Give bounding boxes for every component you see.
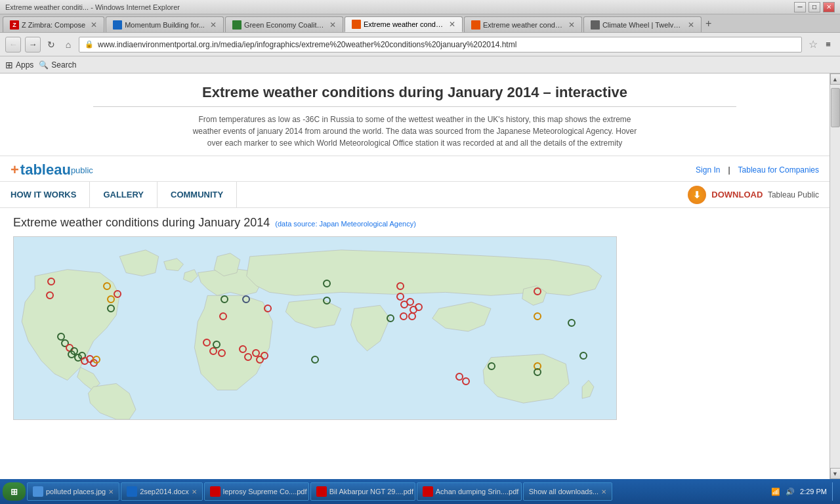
forward-button[interactable]: → <box>25 37 41 52</box>
content-title-row: Extreme weather conditions during Januar… <box>13 216 816 232</box>
tab-label-climate: Climate Wheel | Twelve ... <box>602 21 682 29</box>
map-marker[interactable] <box>488 362 495 370</box>
address-box[interactable]: 🔒 www.indiaenvironmentportal.org.in/medi… <box>79 37 802 52</box>
map-marker[interactable] <box>219 312 227 320</box>
apps-label: Apps <box>16 60 33 70</box>
pdf2-icon <box>316 486 327 497</box>
map-marker[interactable] <box>46 291 54 299</box>
taskbar-item-pdf3[interactable]: Achan dumping Srin....pdf ✕ <box>417 482 522 501</box>
download-button[interactable]: ⬇ DOWNLOAD Tableau Public <box>688 186 819 204</box>
tab-label-green: Green Economy Coalitio... <box>244 21 324 29</box>
map-marker[interactable] <box>103 282 111 290</box>
taskbar-close-image[interactable]: ✕ <box>108 488 114 495</box>
map-marker[interactable] <box>396 282 404 290</box>
tab-label-extreme1: Extreme weather conditi... <box>364 20 444 28</box>
taskbar-item-pdf1[interactable]: leprosy Supreme Co....pdf ✕ <box>204 482 309 501</box>
scrollbar-track[interactable] <box>830 85 840 468</box>
map-marker[interactable] <box>579 352 587 360</box>
map-marker[interactable] <box>534 287 541 295</box>
scrollbar-down-button[interactable]: ▼ <box>830 468 841 479</box>
map-marker[interactable] <box>244 353 252 361</box>
tab-zimbra[interactable]: Z Z Zimbra: Compose ✕ <box>3 16 104 32</box>
map-marker[interactable] <box>406 298 414 306</box>
map-marker[interactable] <box>114 290 121 298</box>
sign-in-link[interactable]: Sign In <box>696 165 720 175</box>
minimize-button[interactable]: ─ <box>794 2 806 12</box>
title-bar: Extreme weather conditi... - Windows Int… <box>0 0 840 14</box>
tab-label-extreme2: Extreme weather conditi... <box>483 21 563 29</box>
tab-label-zimbra: Z Zimbra: Compose <box>22 21 85 29</box>
tab-close-green[interactable]: ✕ <box>329 20 336 30</box>
taskbar-item-docx[interactable]: 2sep2014.docx ✕ <box>121 482 203 501</box>
map-marker[interactable] <box>415 303 423 311</box>
nav-how-it-works[interactable]: HOW IT WORKS <box>10 182 90 208</box>
nav-community[interactable]: COMMUNITY <box>158 182 237 208</box>
refresh-button[interactable]: ↻ <box>45 38 58 51</box>
tableau-nav-top: + tableau public Sign In | Tableau for C… <box>0 156 830 181</box>
map-marker[interactable] <box>387 314 394 322</box>
taskbar-close-docx[interactable]: ✕ <box>192 488 197 495</box>
close-button[interactable]: ✕ <box>823 2 835 12</box>
download-label-text: DOWNLOAD <box>711 190 763 200</box>
map-marker[interactable] <box>264 304 272 312</box>
map-marker[interactable] <box>261 352 268 360</box>
tab-close-zimbra[interactable]: ✕ <box>91 20 97 30</box>
taskbar-item-pdf2[interactable]: Bil Akbarpur NGT 29....pdf ✕ <box>310 482 415 501</box>
map-marker[interactable] <box>534 312 541 320</box>
show-desktop-button[interactable] <box>832 482 837 501</box>
map-marker[interactable] <box>323 280 331 287</box>
tableau-logo[interactable]: + tableau public <box>10 161 93 178</box>
taskbar-close-all[interactable]: ✕ <box>601 488 606 495</box>
tab-close-extreme1[interactable]: ✕ <box>449 20 455 29</box>
map-marker[interactable] <box>203 339 211 346</box>
map-marker[interactable] <box>93 356 100 364</box>
back-button[interactable]: ← <box>5 37 21 52</box>
map-marker[interactable] <box>239 345 247 353</box>
taskbar-item-image[interactable]: polluted places.jpg ✕ <box>27 482 119 501</box>
map-marker[interactable] <box>534 368 541 376</box>
for-companies-link[interactable]: Tableau for Companies <box>738 165 819 175</box>
map-marker[interactable] <box>213 341 220 348</box>
map-marker[interactable] <box>462 377 470 385</box>
map-marker[interactable] <box>220 295 228 303</box>
tab-climate[interactable]: Climate Wheel | Twelve ... ✕ <box>583 16 702 32</box>
bookmark-apps[interactable]: ⊞ Apps <box>5 60 33 70</box>
map-marker[interactable] <box>396 293 404 301</box>
tab-close-momentum[interactable]: ✕ <box>210 20 217 30</box>
tab-favicon-climate <box>591 20 600 30</box>
logo-plus: + <box>10 161 19 178</box>
new-tab-button[interactable]: + <box>705 18 711 32</box>
bookmark-search[interactable]: 🔍 Search <box>39 60 76 70</box>
map-marker[interactable] <box>400 312 408 320</box>
scrollbar-up-button[interactable]: ▲ <box>830 74 841 85</box>
map-marker[interactable] <box>107 295 115 303</box>
taskbar-label-pdf2: Bil Akbarpur NGT 29....pdf <box>329 488 413 495</box>
tab-close-extreme2[interactable]: ✕ <box>568 20 575 30</box>
bookmark-star[interactable]: ☆ <box>808 38 818 51</box>
map-marker[interactable] <box>408 312 416 320</box>
tableau-nav: + tableau public Sign In | Tableau for C… <box>0 156 830 208</box>
tab-close-climate[interactable]: ✕ <box>688 20 694 30</box>
taskbar-show-all[interactable]: Show all downloads... ✕ <box>523 482 612 501</box>
page-description: From temperatures as low as -36C in Russ… <box>185 114 644 149</box>
nav-gallery[interactable]: GALLERY <box>90 182 158 208</box>
tab-green[interactable]: Green Economy Coalitio... ✕ <box>225 16 343 32</box>
map-marker[interactable] <box>568 319 576 327</box>
home-button[interactable]: ⌂ <box>62 38 75 51</box>
map-marker[interactable] <box>47 278 55 285</box>
tab-extreme2[interactable]: Extreme weather conditi... ✕ <box>464 16 582 32</box>
start-button[interactable]: ⊞ <box>3 482 26 501</box>
browser-scrollbar[interactable]: ▲ ▼ <box>830 74 840 479</box>
map-marker[interactable] <box>242 295 250 303</box>
map-marker[interactable] <box>107 304 115 312</box>
map-marker[interactable] <box>218 349 226 357</box>
map-marker[interactable] <box>311 356 319 364</box>
map-marker[interactable] <box>323 297 331 304</box>
tab-extreme1[interactable]: Extreme weather conditi... ✕ <box>345 16 463 32</box>
menu-button[interactable]: ≡ <box>822 38 835 51</box>
maximize-button[interactable]: □ <box>808 2 820 12</box>
tab-favicon-green <box>232 20 242 30</box>
scrollbar-thumb[interactable] <box>831 88 840 127</box>
tab-momentum[interactable]: Momentum Building for... ✕ <box>106 16 224 32</box>
search-icon: 🔍 <box>39 60 49 70</box>
